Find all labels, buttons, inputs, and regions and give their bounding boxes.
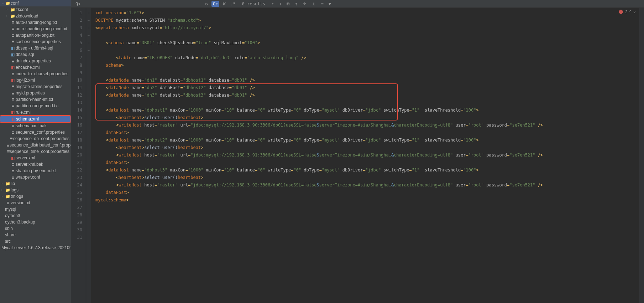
filter-icon[interactable]: ▼ [327, 1, 333, 6]
code-line[interactable] [95, 47, 635, 54]
tree-file[interactable]: ◧rule.xml [0, 109, 71, 115]
chevron-icon[interactable]: › [1, 188, 5, 192]
fold-column[interactable]: –––––– [86, 8, 91, 303]
tree-file[interactable]: ≣sequence_time_conf.properties [0, 148, 71, 155]
code-line[interactable]: <dataNode name="dn3" dataHost="dbhost3" … [95, 92, 635, 99]
code-line[interactable]: <dataNode name="dn2" dataHost="dbhost2" … [95, 84, 635, 92]
tree-file[interactable]: oython3 [0, 212, 71, 219]
tree-file[interactable]: sbin [0, 225, 71, 232]
tree-file[interactable]: src [0, 238, 71, 245]
code-line[interactable]: dataHost> [95, 129, 635, 137]
code-line[interactable]: <writeHost host="master" url="jdbc:mysql… [95, 152, 635, 159]
tree-file[interactable]: ≣sequence_distributed_conf.properties [0, 142, 71, 148]
search-icon[interactable]: Q▾ [74, 1, 82, 6]
tree-file[interactable]: ≣schema.xml.bak [0, 123, 71, 129]
code-line[interactable]: <dataHost name="dbhost2" maxCon="1000" m… [95, 137, 635, 144]
code-line[interactable]: <writeHost host="master" url="jdbc:mysql… [95, 122, 635, 129]
code-line[interactable]: <heartbeat>select user()heartbeat> [95, 144, 635, 152]
chevron-icon[interactable]: ⌄ [1, 1, 5, 5]
code-line[interactable]: <dataNode name="dn1" dataHost="dbhost1" … [95, 77, 635, 84]
code-line[interactable]: <table name="TB_ORDER" dataNode="dn1,dn2… [95, 54, 635, 62]
next-result-icon[interactable]: ↓ [278, 1, 283, 6]
fold-toggle[interactable]: – [86, 9, 91, 17]
file-tree-sidebar[interactable]: ⌄📁conf›📁zkconf›📁zkdownload≣auto-sharding… [0, 0, 71, 303]
code-line[interactable] [95, 99, 635, 107]
code-line[interactable]: dataHost> [95, 189, 635, 196]
down-icon[interactable]: v [634, 10, 636, 14]
tree-file[interactable]: ≣auto-sharding-rang-mod.txt [0, 26, 71, 32]
tree-file[interactable]: ◧dbseq.sql [0, 51, 71, 58]
tree-file[interactable]: ◧dbseq - utf8mb4.sql [0, 45, 71, 51]
tree-file[interactable]: mysql [0, 206, 71, 212]
tree-file[interactable]: ≣migrateTables.properties [0, 83, 71, 90]
tree-file[interactable]: ≣myid.properties [0, 90, 71, 96]
tree-folder[interactable]: ›📁lib [0, 180, 71, 187]
line-number: 28 [71, 211, 82, 219]
tree-item-label: dbseq.sql [16, 52, 34, 57]
tree-file[interactable]: ≣sequence_db_conf.properties [0, 135, 71, 142]
tree-folder[interactable]: ›📁logs [0, 187, 71, 193]
chevron-icon[interactable]: › [6, 8, 10, 11]
tree-file[interactable]: ≣partition-hash-int.txt [0, 96, 71, 103]
code-line[interactable]: <heartbeat>select user()heartbeat> [95, 174, 635, 181]
tree-file[interactable]: ≣sharding-by-enum.txt [0, 168, 71, 174]
fold-toggle[interactable]: – [86, 39, 91, 47]
code-line[interactable]: schema> [95, 62, 635, 69]
code-line[interactable] [95, 69, 635, 77]
reload-icon[interactable]: ↻ [204, 1, 209, 6]
chevron-icon[interactable]: › [1, 182, 5, 185]
tree-file[interactable]: ≣dnindex.properties [0, 58, 71, 64]
tree-file[interactable]: ≣version.txt [0, 200, 71, 206]
tree-folder[interactable]: ›📁zkdownload [0, 13, 71, 19]
tree-file[interactable]: ≣wrapper.conf [0, 174, 71, 180]
tree-file[interactable]: ≣server.xml.bak [0, 161, 71, 168]
code-line[interactable]: <dataHost name="dbhost1" maxCon="1000" m… [95, 107, 635, 114]
tree-file[interactable]: ◧schema.xml [0, 116, 70, 122]
code-line[interactable]: DOCTYPE mycat:schema SYSTEM "schema.dtd"… [95, 17, 635, 24]
tree-file[interactable]: ≣autopartition-long.txt [0, 32, 71, 38]
tree-folder[interactable]: ›📁tmlogs [0, 193, 71, 200]
tree-file[interactable]: ≣index_to_charset.properties [0, 71, 71, 77]
regex-button[interactable]: .* [229, 1, 237, 6]
match-case-button[interactable]: Cc [211, 1, 219, 7]
tree-folder[interactable]: ›📁zkconf [0, 6, 71, 13]
toolbar-icon[interactable]: ⫫ [310, 1, 318, 6]
fold-toggle[interactable]: – [86, 32, 91, 39]
fold-toggle[interactable]: – [86, 24, 91, 32]
code-line[interactable]: xml version="1.0"?> [95, 9, 635, 17]
code-line[interactable] [95, 32, 635, 39]
tree-item-label: auto-sharding-rang-mod.txt [16, 26, 67, 31]
toolbar-icon[interactable]: ⫩ [301, 1, 308, 6]
tree-file[interactable]: ≣partition-range-mod.txt [0, 103, 71, 109]
chevron-icon[interactable]: › [1, 195, 5, 198]
up-icon[interactable]: ^ [629, 10, 631, 14]
tree-file[interactable]: ◧ehcache.xml [0, 64, 71, 71]
settings-icon[interactable]: ≡ [320, 1, 325, 6]
code-line[interactable]: dataHost> [95, 159, 635, 166]
code-line[interactable]: <dataHost name="dbhost3" maxCon="1000" m… [95, 166, 635, 174]
tree-file[interactable]: share [0, 232, 71, 238]
inspection-status[interactable]: ⬤ 2 ^ v [619, 9, 635, 14]
fold-toggle[interactable]: – [86, 17, 91, 24]
tree-file[interactable]: ≣auto-sharding-long.txt [0, 19, 71, 26]
tree-file[interactable]: ≣sequence_conf.properties [0, 129, 71, 135]
tree-file[interactable]: ≣cacheservice.properties [0, 38, 71, 45]
tree-file[interactable]: Mycat-server-1.6.7.3-release-20210913 [0, 245, 71, 251]
fold-toggle[interactable]: – [86, 47, 91, 54]
code-editor[interactable]: xml version="1.0"?>DOCTYPE mycat:schema … [91, 8, 639, 303]
code-line[interactable]: <schema name="DB01" checkSQLschema="true… [95, 39, 635, 47]
code-line[interactable]: mycat:schema> [95, 196, 635, 204]
words-button[interactable]: W [221, 1, 227, 6]
code-line[interactable]: <writeHost host="master" url="jdbc:mysql… [95, 181, 635, 189]
chevron-icon[interactable]: › [6, 14, 10, 18]
prev-result-icon[interactable]: ↑ [270, 1, 276, 6]
tree-file[interactable]: oython3.backup [0, 219, 71, 225]
tree-item-label: oython3.backup [5, 220, 35, 225]
open-tool-icon[interactable]: ⧉ [285, 1, 291, 6]
toolbar-icon[interactable]: ↧ [293, 1, 299, 6]
tree-file[interactable]: ◧server.xml [0, 155, 71, 161]
code-line[interactable]: <heartbeat>select user()heartbeat> [95, 114, 635, 122]
tree-file[interactable]: ◧log4j2.xml [0, 77, 71, 83]
tree-folder[interactable]: ⌄📁conf [0, 0, 71, 6]
code-line[interactable]: <mycat:schema xmlns:mycat="http://io.myc… [95, 24, 635, 32]
